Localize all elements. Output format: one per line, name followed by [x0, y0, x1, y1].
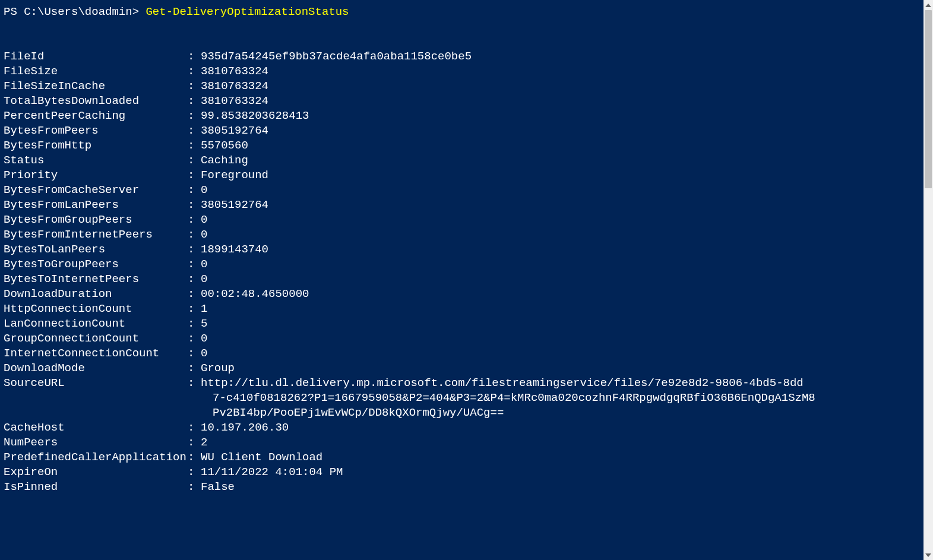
field-value: 3810763324: [201, 79, 268, 94]
scroll-down-button[interactable]: [923, 550, 933, 560]
field-key: Priority: [4, 168, 188, 183]
field-key: HttpConnectionCount: [4, 302, 188, 317]
field-key: NumPeers: [4, 435, 188, 450]
field-key: Status: [4, 153, 188, 168]
field-value: 1: [201, 302, 207, 317]
terminal-output[interactable]: PS C:\Users\doadmin> Get-DeliveryOptimiz…: [0, 0, 933, 499]
field-key: BytesFromGroupPeers: [4, 213, 188, 227]
field-sep: :: [188, 153, 201, 168]
field-sep: :: [188, 346, 201, 361]
field-key: BytesFromCacheServer: [4, 183, 188, 198]
field-key: BytesFromPeers: [4, 124, 188, 138]
field-val-sourceurl-l2: 7-c410f0818262?P1=1667959058&P2=404&P3=2…: [4, 391, 929, 406]
field-sep: :: [188, 109, 201, 124]
field-key: DownloadMode: [4, 361, 188, 376]
field-key: ExpireOn: [4, 465, 188, 480]
field-value: 2: [201, 435, 207, 450]
field-value: 5570560: [201, 138, 248, 153]
command-text: Get-DeliveryOptimizationStatus: [146, 5, 349, 18]
field-key: InternetConnectionCount: [4, 346, 188, 361]
field-key-sourceurl: SourceURL: [4, 376, 188, 391]
scroll-track[interactable]: [923, 10, 933, 550]
field-sep: :: [188, 331, 201, 346]
field-key: LanConnectionCount: [4, 317, 188, 331]
field-value: 0: [201, 257, 207, 272]
field-value: 3805192764: [201, 198, 268, 213]
field-sep: :: [188, 94, 201, 109]
field-value: Foreground: [201, 168, 268, 183]
field-sep: :: [188, 168, 201, 183]
field-sep: :: [188, 376, 201, 391]
field-key: FileId: [4, 49, 188, 64]
field-value: 1899143740: [201, 242, 268, 257]
field-key: PredefinedCallerApplication: [4, 450, 188, 465]
field-value: 0: [201, 331, 207, 346]
field-sep: :: [188, 465, 201, 480]
field-sep: :: [188, 480, 201, 495]
field-key: CacheHost: [4, 420, 188, 435]
field-key: GroupConnectionCount: [4, 331, 188, 346]
field-sep: :: [188, 198, 201, 213]
field-key: BytesFromLanPeers: [4, 198, 188, 213]
field-value: 935d7a54245ef9bb37acde4afa0aba1158ce0be5: [201, 49, 472, 64]
field-key: FileSizeInCache: [4, 79, 188, 94]
field-value: Group: [201, 361, 235, 376]
field-sep: :: [188, 257, 201, 272]
field-value: 11/11/2022 4:01:04 PM: [201, 465, 343, 480]
field-value: 0: [201, 183, 207, 198]
field-sep: :: [188, 435, 201, 450]
prompt-prefix: PS C:\Users\doadmin>: [4, 5, 146, 18]
field-sep: :: [188, 317, 201, 331]
chevron-down-icon: [925, 553, 931, 557]
scroll-up-button[interactable]: [923, 0, 933, 10]
field-key: TotalBytesDownloaded: [4, 94, 188, 109]
field-key: DownloadDuration: [4, 287, 188, 302]
field-sep: :: [188, 242, 201, 257]
field-value: 00:02:48.4650000: [201, 287, 309, 302]
field-value: 5: [201, 317, 207, 331]
field-val-sourceurl-l3: Pv2BI4bp/PooEPj1wEvWCp/DD8kQXOrmQjwy/UAC…: [4, 406, 929, 420]
field-key: BytesToInternetPeers: [4, 272, 188, 287]
field-value: 0: [201, 346, 207, 361]
field-key: BytesFromHttp: [4, 138, 188, 153]
field-sep: :: [188, 272, 201, 287]
field-sep: :: [188, 450, 201, 465]
field-key: PercentPeerCaching: [4, 109, 188, 124]
field-sep: :: [188, 420, 201, 435]
field-value: Caching: [201, 153, 248, 168]
field-value: 3805192764: [201, 124, 268, 138]
field-value: False: [201, 480, 235, 495]
field-key: BytesFromInternetPeers: [4, 227, 188, 242]
field-value: 10.197.206.30: [201, 420, 289, 435]
field-value: 3810763324: [201, 94, 268, 109]
field-val-sourceurl-l1: http://tlu.dl.delivery.mp.microsoft.com/…: [201, 376, 804, 391]
field-key: IsPinned: [4, 480, 188, 495]
field-sep: :: [188, 183, 201, 198]
field-sep: :: [188, 79, 201, 94]
field-sep: :: [188, 64, 201, 79]
field-value: 3810763324: [201, 64, 268, 79]
vertical-scrollbar[interactable]: [923, 0, 933, 560]
field-sep: :: [188, 361, 201, 376]
field-value: 0: [201, 272, 207, 287]
field-key: BytesToLanPeers: [4, 242, 188, 257]
field-value: 99.8538203628413: [201, 109, 309, 124]
field-sep: :: [188, 124, 201, 138]
chevron-up-icon: [925, 4, 931, 7]
field-sep: :: [188, 138, 201, 153]
field-value: 0: [201, 213, 207, 227]
field-sep: :: [188, 213, 201, 227]
field-key: FileSize: [4, 64, 188, 79]
field-sep: :: [188, 302, 201, 317]
field-value: 0: [201, 227, 207, 242]
field-sep: :: [188, 287, 201, 302]
field-sep: :: [188, 227, 201, 242]
scroll-thumb[interactable]: [925, 10, 932, 188]
field-key: BytesToGroupPeers: [4, 257, 188, 272]
field-value: WU Client Download: [201, 450, 322, 465]
field-sep: :: [188, 49, 201, 64]
